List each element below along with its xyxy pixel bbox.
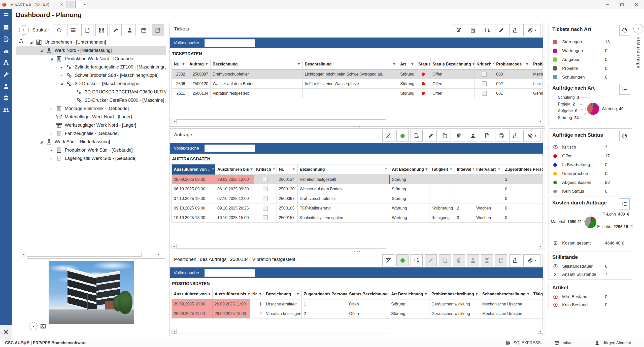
- table-cell-overdue[interactable]: 29.09.2025 10:00: [172, 299, 213, 309]
- nav-forward-button[interactable]: [66, 1, 74, 8]
- column-header[interactable]: Kritisch: [254, 164, 277, 175]
- scroll-left-arrow[interactable]: ◄: [172, 329, 177, 334]
- collapse-image-button[interactable]: [29, 322, 38, 330]
- table-cell[interactable]: Wasser auf dem Boden: [211, 79, 303, 89]
- export-button[interactable]: [509, 130, 521, 142]
- column-header[interactable]: Auszuführen bis: [215, 164, 254, 175]
- minimize-button[interactable]: [600, 0, 615, 9]
- table-cell[interactable]: 001: [494, 89, 531, 98]
- table-cell[interactable]: Reinigung: [429, 213, 455, 223]
- calendar-button[interactable]: [138, 24, 150, 36]
- table-cell[interactable]: [474, 70, 494, 79]
- scroll-right-arrow[interactable]: ►: [156, 252, 161, 257]
- table-cell[interactable]: Lichtbogen bricht beim Schweißvorgang ab…: [303, 70, 398, 79]
- delete-button[interactable]: [453, 254, 465, 266]
- column-header[interactable]: Zugeordnetes Personal: [302, 289, 347, 299]
- table-cell[interactable]: [531, 299, 543, 309]
- settings-button[interactable]: ▼: [523, 254, 540, 266]
- filter-icon[interactable]: [259, 293, 262, 296]
- scroll-right-arrow[interactable]: ►: [538, 119, 543, 124]
- table-cell[interactable]: Kalibrierung: [429, 203, 455, 213]
- table-cell[interactable]: [429, 194, 455, 203]
- tree-item[interactable]: ◢Werk Süd - [Niederlassung]: [16, 138, 166, 146]
- edit-button[interactable]: [495, 24, 507, 36]
- column-header[interactable]: Auszuführen von: [172, 289, 213, 299]
- filter-icon[interactable]: [475, 293, 478, 296]
- expander-icon[interactable]: ▸: [49, 107, 53, 111]
- table-cell[interactable]: 0: [503, 203, 543, 213]
- clear-filter-button[interactable]: [453, 24, 465, 36]
- table-cell[interactable]: 2: [302, 309, 347, 319]
- personnel-button[interactable]: [124, 24, 136, 36]
- table-cell[interactable]: [474, 184, 503, 194]
- table-cell[interactable]: Kühlmittelsystem spülen: [298, 213, 390, 223]
- table-cell[interactable]: In Flur 6 ist eine Wasserpfütze: [303, 79, 398, 89]
- column-header[interactable]: Art: [398, 59, 416, 70]
- image-select-button[interactable]: [40, 323, 46, 329]
- scroll-right-arrow[interactable]: ►: [538, 244, 543, 249]
- qr-code-button[interactable]: [95, 24, 108, 36]
- table-cell[interactable]: 2: [250, 309, 264, 319]
- tree-item-selected[interactable]: ◢Werk Nord - [Niederlassung]: [16, 46, 166, 55]
- tree-item[interactable]: ◢3D-Drucker - [Maschinengruppe]: [16, 80, 166, 88]
- column-header[interactable]: Zugeordnetes Personal: [503, 164, 543, 175]
- critical-checkbox[interactable]: [263, 177, 268, 182]
- filter-icon[interactable]: [425, 168, 428, 171]
- scroll-thumb[interactable]: [177, 119, 386, 124]
- table-cell[interactable]: 2: [455, 203, 474, 213]
- column-header[interactable]: Problembeschreibung: [531, 59, 543, 70]
- expander-icon[interactable]: ◢: [49, 57, 53, 61]
- table-cell[interactable]: Drahtvorschubfehler: [298, 194, 390, 203]
- table-cell[interactable]: 3: [503, 175, 543, 184]
- critical-checkbox[interactable]: [263, 187, 268, 191]
- table-cell[interactable]: Drahtvorschubfehler: [211, 70, 303, 79]
- column-header[interactable]: Art Bezeichnung: [390, 164, 429, 175]
- sidebar-reports-button[interactable]: [3, 48, 9, 54]
- table-cell-overdue[interactable]: 29.09.2025 11:00: [172, 309, 213, 319]
- expander-icon[interactable]: ▸: [49, 157, 53, 160]
- table-cell[interactable]: Störung: [389, 309, 429, 319]
- new-position-button[interactable]: [411, 254, 423, 266]
- table-cell[interactable]: [254, 175, 277, 184]
- filter-icon[interactable]: [272, 168, 276, 171]
- positions-hscrollbar[interactable]: ◄ ►: [172, 329, 543, 333]
- table-cell[interactable]: 2500120: [277, 184, 298, 194]
- tree-item[interactable]: ▸Fahrzeughalle - [Gebäude]: [16, 129, 166, 138]
- filter-icon[interactable]: [526, 63, 529, 66]
- column-header[interactable]: Kritisch: [474, 59, 494, 70]
- table-cell[interactable]: Geräuschentwicklung: [531, 89, 543, 98]
- column-header[interactable]: Status Bezeichnung: [347, 289, 389, 299]
- settings-button[interactable]: ▼: [523, 130, 540, 142]
- table-cell[interactable]: Störung: [389, 299, 429, 309]
- clear-filter-button[interactable]: [382, 254, 394, 266]
- filter-icon[interactable]: [411, 63, 414, 66]
- table-cell[interactable]: Störung: [390, 184, 429, 194]
- sidebar-maintenance-button[interactable]: [3, 71, 9, 78]
- table-cell[interactable]: 2500097: [187, 70, 211, 79]
- document-button[interactable]: [81, 24, 93, 36]
- table-cell[interactable]: 002: [494, 79, 531, 89]
- column-header-sorted[interactable]: Auszuführen von▲: [172, 164, 215, 175]
- table-cell[interactable]: Offen: [430, 89, 474, 98]
- table-cell[interactable]: Mechanische Ursache: [531, 70, 543, 79]
- table-cell[interactable]: [455, 194, 474, 203]
- collapse-panel-button[interactable]: [19, 25, 29, 35]
- sidebar-structure-button[interactable]: [3, 59, 9, 66]
- column-header[interactable]: Bezeichnung: [264, 289, 302, 299]
- column-header[interactable]: Tätigkeit: [531, 289, 543, 299]
- filter-icon[interactable]: [247, 293, 250, 296]
- table-cell[interactable]: 10.10.2025 15:00: [215, 213, 254, 223]
- new-ticket-button[interactable]: [481, 24, 493, 36]
- table-cell[interactable]: TCP-Kalibrierung: [298, 203, 390, 213]
- table-cell[interactable]: Vibration beseitigen: [264, 309, 302, 319]
- table-cell-overdue[interactable]: 29.09.2025 13:00: [213, 309, 250, 319]
- column-header[interactable]: Nr.: [250, 289, 264, 299]
- column-header[interactable]: Tätigkeit: [429, 164, 455, 175]
- table-cell-selected[interactable]: Vibration festgestellt: [298, 175, 390, 184]
- status-button[interactable]: [396, 254, 409, 266]
- table-cell[interactable]: [429, 175, 455, 184]
- column-header[interactable]: Auszuführen bis: [213, 289, 250, 299]
- table-cell[interactable]: [474, 175, 503, 184]
- scroll-thumb[interactable]: [177, 329, 391, 333]
- table-cell[interactable]: 1: [302, 299, 347, 309]
